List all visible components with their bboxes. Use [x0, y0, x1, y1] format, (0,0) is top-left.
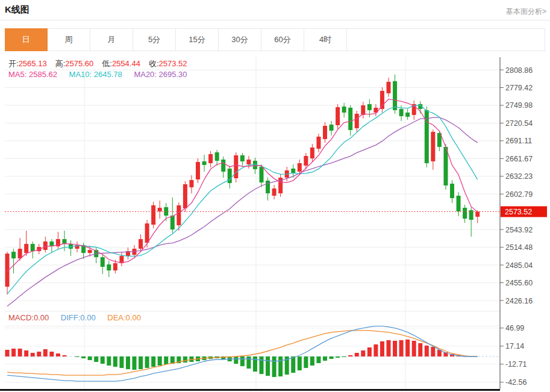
low-value: 2554.44 [112, 59, 140, 68]
open-label: 开: [8, 59, 19, 68]
svg-text:2485.04: 2485.04 [505, 261, 533, 270]
svg-text:2426.16: 2426.16 [505, 297, 533, 305]
page-title: K线图 [5, 4, 30, 16]
svg-text:2720.54: 2720.54 [505, 119, 533, 128]
svg-text:17.14: 17.14 [505, 342, 524, 350]
fundamental-analysis-link[interactable]: 基本面分析> [506, 7, 546, 17]
svg-text:2749.98: 2749.98 [505, 101, 533, 110]
ohlc-legend: 开:2565.13高:2575.60低:2554.44收:2573.52 [8, 58, 196, 69]
macd-legend: MACD:0.00 DIFF:0.00 DEA:0.00 [8, 313, 141, 322]
diff-value: DIFF:0.00 [61, 313, 96, 322]
ma-lines [7, 99, 478, 306]
timeframe-tab-6[interactable]: 30分 [219, 29, 261, 51]
ma-legend: MA5: 2585.62 MA10: 2645.78 MA20: 2695.30 [8, 70, 187, 79]
ma20-legend: MA20: 2695.30 [134, 70, 187, 79]
grid-lines [5, 57, 500, 389]
svg-text:-42.56: -42.56 [505, 378, 527, 387]
svg-text:2779.42: 2779.42 [505, 84, 533, 92]
low-label: 低: [102, 59, 112, 68]
timeframe-tab-7[interactable]: 60分 [261, 29, 304, 51]
macd-value: MACD:0.00 [8, 313, 49, 322]
svg-text:2514.48: 2514.48 [505, 243, 533, 252]
timeframe-tab-1[interactable]: 日 [5, 28, 48, 51]
timeframe-tabs: 日周月5分15分30分60分4时 [5, 28, 545, 51]
kline-page: K线图 基本面分析> 日周月5分15分30分60分4时 开:2565.13高:2… [0, 0, 550, 392]
high-label: 高: [55, 59, 66, 68]
timeframe-tab-3[interactable]: 月 [90, 29, 133, 51]
high-value: 2575.60 [65, 59, 93, 68]
ma10-line [7, 105, 478, 294]
timeframe-tab-2[interactable]: 周 [48, 29, 90, 51]
price-axis: 2808.862779.422749.982720.542691.112661.… [500, 57, 533, 389]
close-label: 收: [149, 59, 159, 68]
dea-value: DEA:0.00 [107, 313, 141, 322]
timeframe-tab-4[interactable]: 5分 [133, 29, 176, 51]
ma5-legend: MA5: 2585.62 [8, 70, 57, 79]
svg-text:2573.52: 2573.52 [505, 208, 532, 216]
svg-text:46.99: 46.99 [505, 324, 524, 332]
macd-panel [0, 326, 500, 390]
svg-text:2661.67: 2661.67 [505, 155, 533, 163]
svg-text:2691.11: 2691.11 [505, 137, 532, 145]
svg-text:2632.23: 2632.23 [505, 172, 533, 181]
svg-text:2602.79: 2602.79 [505, 190, 533, 199]
svg-text:-12.71: -12.71 [505, 360, 527, 369]
close-value: 2573.52 [159, 59, 187, 68]
page-header: K线图 基本面分析> [0, 0, 550, 20]
ma10-legend: MA10: 2645.78 [69, 70, 122, 79]
svg-text:2543.92: 2543.92 [505, 226, 533, 234]
svg-text:2808.86: 2808.86 [505, 66, 533, 75]
svg-text:2455.60: 2455.60 [505, 279, 533, 287]
timeframe-tab-8[interactable]: 4时 [304, 29, 347, 51]
current-price-badge: 2573.52 [501, 207, 547, 217]
open-value: 2565.13 [19, 59, 47, 68]
timeframe-tab-5[interactable]: 15分 [176, 29, 219, 51]
